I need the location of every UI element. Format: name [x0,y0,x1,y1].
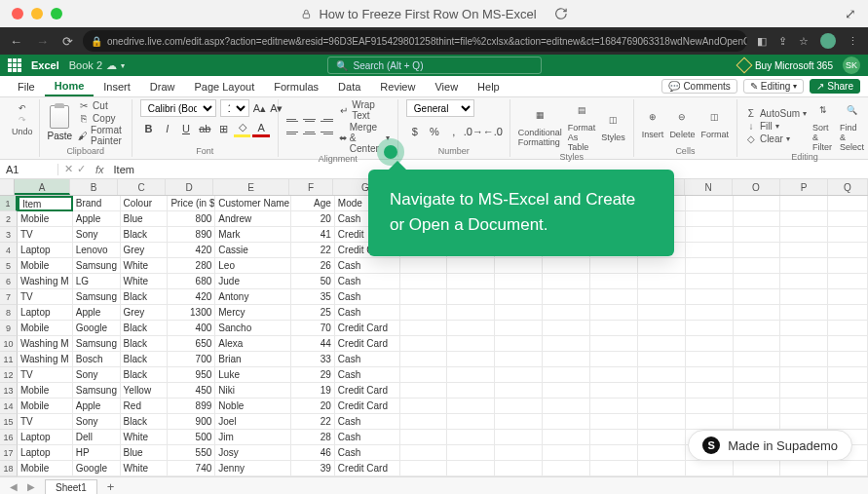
cell[interactable]: Cash [335,289,400,305]
cell[interactable]: 900 [168,414,215,430]
cell[interactable] [686,258,734,274]
cell[interactable] [638,430,686,445]
cell[interactable]: Cassie [215,243,291,258]
cell[interactable] [400,336,448,352]
format-cells-button[interactable]: ◫Format [700,106,729,139]
font-size-select[interactable]: 11 [220,99,249,117]
cell[interactable]: TV [18,414,73,430]
cell[interactable]: Leo [215,258,291,274]
cell[interactable] [686,367,734,383]
reload-icon[interactable] [554,7,568,20]
cell[interactable] [543,336,590,352]
cell[interactable] [495,414,543,430]
cell[interactable] [400,445,448,461]
cell[interactable] [495,461,543,476]
cell[interactable]: 41 [291,227,335,243]
cell[interactable] [447,274,495,289]
col-header-E[interactable]: E [213,179,289,195]
cell[interactable] [543,258,590,274]
cell[interactable]: Bosch [73,352,121,367]
cell[interactable] [400,430,448,445]
cell[interactable]: HP [73,445,121,461]
cell[interactable]: 899 [168,399,215,414]
cell[interactable] [400,461,448,476]
cell[interactable]: Jude [215,274,291,289]
cell[interactable]: Apple [73,399,121,414]
cell[interactable] [686,243,734,258]
app-launcher-icon[interactable] [8,58,21,72]
cell[interactable]: Apple [73,211,121,227]
cell[interactable]: Black [121,227,169,243]
cell[interactable] [447,367,495,383]
cell[interactable] [780,196,828,211]
cell[interactable] [828,367,868,383]
cell[interactable] [686,414,734,430]
cell[interactable]: TV [18,289,73,305]
cell[interactable] [638,445,686,461]
cell[interactable] [734,399,781,414]
redo-icon[interactable]: ↷ [19,115,26,125]
cell[interactable] [543,321,590,336]
cell[interactable] [686,211,734,227]
cell[interactable]: 35 [291,289,335,305]
maximize-window-button[interactable] [51,8,62,19]
cell[interactable] [543,445,590,461]
fill-color-button[interactable]: ◇ [234,120,250,137]
cell[interactable]: 19 [291,383,335,399]
address-bar[interactable]: 🔒 onedrive.live.com/edit.aspx?action=edi… [83,30,747,52]
cell[interactable]: Jenny [215,461,291,476]
cell[interactable] [780,289,828,305]
reload-button[interactable]: ⟳ [62,34,73,49]
cell[interactable] [638,367,686,383]
conditional-formatting-button[interactable]: ▦Conditional Formatting [518,104,562,147]
cell[interactable] [543,383,590,399]
row-header[interactable]: 1 [0,196,18,211]
percent-button[interactable]: % [426,123,443,140]
cell[interactable] [828,305,868,321]
cell[interactable] [447,305,495,321]
cell[interactable] [638,383,686,399]
user-avatar[interactable]: SK [843,57,860,74]
col-header-Q[interactable]: Q [828,179,868,195]
cell[interactable] [780,336,828,352]
underline-button[interactable]: U [177,120,194,137]
cell[interactable] [734,414,781,430]
cell[interactable]: Sony [73,227,121,243]
cell[interactable]: 500 [168,430,215,445]
tab-home[interactable]: Home [45,76,94,96]
alignment-buttons[interactable] [286,116,333,138]
cell[interactable] [780,461,828,476]
fill-button[interactable]: ↓Fill▾ [745,120,807,132]
cell[interactable]: Black [121,414,169,430]
clear-button[interactable]: ◇Clear▾ [745,133,807,144]
cell[interactable]: Mobile [18,258,73,274]
cell[interactable]: Washing M [18,352,73,367]
cell[interactable] [590,305,638,321]
cell[interactable]: 22 [291,243,335,258]
row-header[interactable]: 17 [0,445,18,461]
col-header-F[interactable]: F [289,179,333,195]
cell[interactable]: 700 [168,352,215,367]
cell[interactable] [828,414,868,430]
cell[interactable] [638,352,686,367]
cell[interactable]: White [121,430,169,445]
copy-button[interactable]: ⎘Copy [78,112,124,124]
border-button[interactable]: ⊞ [215,120,232,137]
cell[interactable] [828,196,868,211]
col-header-P[interactable]: P [780,179,828,195]
row-header[interactable]: 12 [0,367,18,383]
cell[interactable] [828,211,868,227]
cell[interactable] [780,414,828,430]
cell[interactable] [400,352,448,367]
cell[interactable] [734,227,781,243]
cell[interactable] [828,461,868,476]
cell[interactable]: 20 [291,211,335,227]
number-format-select[interactable]: General [406,99,474,117]
cell[interactable]: Mobile [18,383,73,399]
cell[interactable] [590,274,638,289]
cell[interactable]: Cash [335,367,400,383]
cell[interactable]: 650 [168,336,215,352]
cell[interactable]: Red [121,399,169,414]
cell[interactable]: Age [291,196,335,211]
cell[interactable]: 680 [168,274,215,289]
